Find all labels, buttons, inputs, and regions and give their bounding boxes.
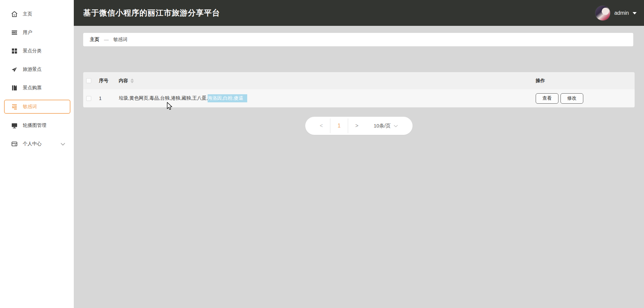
sidebar-item-tickets[interactable]: 景点购票 (4, 81, 70, 95)
row-content: 垃圾,黄色网页,毒品,台独,港独,藏独,王八蛋,海洛因,白粉,傻逼 (119, 94, 536, 102)
breadcrumb-separator: — (104, 37, 109, 42)
sidebar-item-attractions[interactable]: 旅游景点 (4, 63, 70, 76)
sidebar-item-label: 主页 (23, 11, 32, 17)
home-icon (11, 11, 18, 17)
page-size-select[interactable]: 10条/页 (374, 123, 398, 129)
sort-icon[interactable] (130, 79, 134, 83)
list-arrow-icon (11, 29, 18, 36)
sidebar-item-users[interactable]: 用户 (4, 26, 70, 39)
pagination-next-button[interactable]: > (348, 123, 366, 129)
sidebar-item-label: 敏感词 (23, 104, 37, 110)
book-icon (11, 85, 18, 91)
row-index: 1 (99, 96, 119, 101)
user-menu[interactable]: admin (595, 0, 637, 26)
breadcrumb: 主页 — 敏感词 (83, 33, 633, 46)
column-header-content: 内容 (119, 78, 536, 84)
avatar[interactable] (595, 5, 610, 21)
sidebar-item-carousel[interactable]: 轮播图管理 (4, 119, 70, 132)
edit-button[interactable]: 修改 (560, 93, 583, 104)
sidebar: 主页 用户 景点分类 旅游景点 景点购票 敏感词 轮播图管理 (0, 0, 74, 308)
card-icon (11, 141, 18, 147)
sidebar-item-profile[interactable]: 个人中心 (4, 137, 70, 151)
pagination: < 1 > 10条/页 (305, 117, 413, 135)
sidebar-item-home[interactable]: 主页 (4, 7, 70, 21)
row-actions: 查看 修改 (536, 93, 635, 104)
caret-down-icon (633, 12, 637, 14)
select-all-checkbox[interactable] (86, 78, 91, 83)
view-button[interactable]: 查看 (536, 93, 558, 104)
chevron-down-icon (61, 141, 65, 147)
chevron-down-icon (394, 125, 398, 127)
sidebar-item-label: 轮播图管理 (23, 122, 46, 129)
page-title: 基于微信小程序的丽江市旅游分享平台 (83, 8, 220, 18)
row-content-selected-text: 海洛因,白粉,傻逼 (208, 94, 247, 102)
main-content: 主页 — 敏感词 序号 内容 操作 1 垃圾,黄色网页,毒品,台独,港独,藏独,… (74, 26, 644, 308)
paper-plane-icon (11, 66, 18, 73)
breadcrumb-current: 敏感词 (113, 37, 127, 43)
sidebar-item-category[interactable]: 景点分类 (4, 44, 70, 58)
column-header-actions: 操作 (536, 78, 635, 84)
username: admin (614, 10, 629, 16)
top-header: 基于微信小程序的丽江市旅游分享平台 admin (74, 0, 644, 26)
breadcrumb-home[interactable]: 主页 (90, 37, 99, 43)
column-header-index: 序号 (99, 78, 119, 84)
indent-left-icon (11, 103, 18, 110)
sidebar-item-label: 用户 (23, 30, 32, 36)
sidebar-item-label: 个人中心 (23, 141, 42, 147)
sidebar-item-sensitive-words[interactable]: 敏感词 (4, 100, 70, 114)
sensitive-words-table: 序号 内容 操作 1 垃圾,黄色网页,毒品,台独,港独,藏独,王八蛋,海洛因,白… (83, 72, 635, 107)
sidebar-item-label: 景点购票 (23, 85, 42, 91)
sidebar-item-label: 景点分类 (23, 48, 42, 54)
row-content-plain: 垃圾,黄色网页,毒品,台独,港独,藏独,王八蛋, (119, 95, 208, 101)
grid-icon (11, 48, 18, 54)
row-checkbox[interactable] (86, 96, 91, 101)
mouse-cursor (167, 102, 174, 111)
table-header-row: 序号 内容 操作 (83, 72, 635, 89)
pagination-page-1[interactable]: 1 (330, 123, 348, 129)
table-row: 1 垃圾,黄色网页,毒品,台独,港独,藏独,王八蛋,海洛因,白粉,傻逼 查看 修… (83, 89, 635, 107)
pagination-prev-button[interactable]: < (313, 123, 330, 129)
sidebar-item-label: 旅游景点 (23, 66, 42, 72)
monitor-icon (11, 122, 18, 129)
